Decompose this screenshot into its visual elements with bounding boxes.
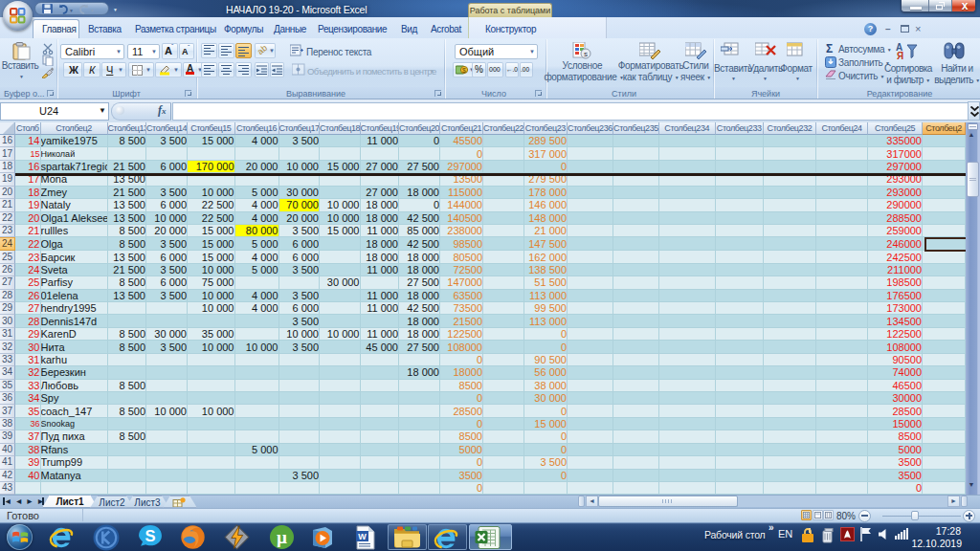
svg-text:s: s bbox=[584, 50, 588, 58]
svg-text:µ: µ bbox=[277, 527, 287, 547]
svg-text:$: $ bbox=[462, 67, 466, 74]
svg-text:W: W bbox=[358, 532, 367, 541]
svg-text:S: S bbox=[145, 527, 155, 545]
svg-text:Я: Я bbox=[897, 51, 903, 60]
